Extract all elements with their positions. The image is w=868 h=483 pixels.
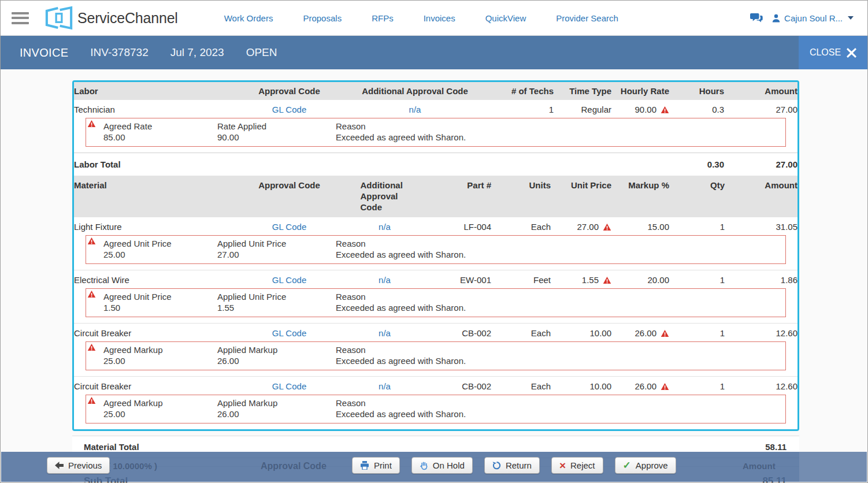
- additional-approval-code-link[interactable]: n/a: [379, 328, 391, 338]
- amount: 12.60: [725, 377, 797, 395]
- material-name: Circuit Breaker: [74, 377, 244, 395]
- material-name: Circuit Breaker: [74, 324, 244, 341]
- additional-approval-code-link[interactable]: n/a: [379, 222, 391, 232]
- price-exception-box: Agreed Unit Price1.50 Applied Unit Price…: [86, 288, 786, 317]
- markup-exception-box: Agreed Markup25.00 Applied Markup26.00 R…: [86, 341, 786, 370]
- column-header: Labor: [74, 82, 244, 100]
- column-header: Qty: [669, 176, 725, 196]
- on-hold-button[interactable]: On Hold: [411, 457, 473, 474]
- time-type: Regular: [554, 100, 611, 118]
- exception-label: Reason: [330, 121, 785, 131]
- nav-provider-search[interactable]: Provider Search: [556, 13, 618, 23]
- unit-price: 10.00: [551, 377, 611, 395]
- labor-table-header: Labor Approval Code Additional Approval …: [74, 82, 797, 100]
- hourly-rate: 90.00: [611, 100, 669, 118]
- invoice-date: Jul 7, 2023: [170, 46, 224, 59]
- hours: 0.3: [669, 100, 724, 118]
- material-table-header: Material Approval Code Additional Approv…: [74, 176, 797, 217]
- unit-price: 1.55: [551, 270, 611, 288]
- invoice-title: INVOICE: [20, 46, 68, 60]
- obscured-approval-code-text: Approval Code: [261, 461, 327, 471]
- hamburger-menu-icon[interactable]: [12, 9, 29, 27]
- gl-code-link[interactable]: GL Code: [272, 222, 306, 232]
- obscured-amount-text: Amount: [743, 461, 776, 471]
- exception-reason: Exceeded as agreed with Sharon.: [330, 356, 785, 366]
- material-row: Circuit Breaker GL Code n/a CB-002 Each …: [74, 323, 797, 370]
- warning-icon: [87, 343, 96, 351]
- user-name: Cajun Soul R...: [784, 13, 843, 23]
- column-header: Additional Approval Code: [334, 82, 496, 100]
- qty: 1: [669, 377, 725, 395]
- chevron-down-icon: [848, 16, 854, 20]
- exception-value: 1.55: [212, 303, 330, 313]
- additional-approval-code-link[interactable]: n/a: [379, 275, 391, 285]
- nav-proposals[interactable]: Proposals: [303, 13, 342, 23]
- unit-price: 27.00: [551, 217, 611, 235]
- warning-icon: [603, 223, 611, 231]
- gl-code-link[interactable]: GL Code: [272, 328, 306, 338]
- column-header: # of Techs: [496, 82, 554, 100]
- warning-icon: [661, 382, 669, 391]
- exception-label: Applied Unit Price: [212, 239, 330, 248]
- nav-invoices[interactable]: Invoices: [424, 13, 455, 23]
- num-techs: 1: [496, 100, 554, 118]
- part-number: EW-001: [435, 270, 491, 288]
- markup-exception-box: Agreed Markup25.00 Applied Markup26.00 R…: [86, 395, 786, 423]
- markup: 26.00: [611, 377, 669, 395]
- brand-logo[interactable]: ServiceChannel: [44, 5, 178, 31]
- qty: 1: [669, 217, 725, 235]
- approve-button[interactable]: ✓ Approve: [615, 457, 676, 474]
- part-number: CB-002: [435, 377, 491, 395]
- previous-button[interactable]: Previous: [47, 457, 110, 474]
- labor-total-row: Labor Total 0.30 27.00: [74, 153, 797, 176]
- additional-approval-code-link[interactable]: n/a: [379, 381, 391, 391]
- exception-reason: Exceeded as agreed with Sharon.: [330, 303, 785, 313]
- gl-code-link[interactable]: GL Code: [272, 105, 306, 114]
- labor-name: Technician: [74, 100, 244, 118]
- top-nav: ServiceChannel Work Orders Proposals RFP…: [1, 1, 867, 36]
- chat-icon[interactable]: [750, 13, 763, 23]
- part-number: CB-002: [435, 324, 491, 341]
- amount: 1.86: [725, 270, 797, 288]
- user-menu[interactable]: Cajun Soul R...: [772, 13, 854, 23]
- warning-icon: [87, 396, 96, 404]
- exception-value: 27.00: [212, 250, 330, 259]
- exception-value: 90.00: [212, 132, 330, 142]
- nav-rfps[interactable]: RFPs: [372, 13, 394, 23]
- column-header: Markup %: [611, 176, 669, 196]
- app-window: ServiceChannel Work Orders Proposals RFP…: [0, 0, 868, 483]
- exception-label: Applied Markup: [212, 398, 330, 408]
- obscured-tax-rate-text: ( 10.0000% ): [107, 461, 157, 471]
- additional-approval-code-link[interactable]: n/a: [409, 105, 421, 114]
- nav-work-orders[interactable]: Work Orders: [224, 13, 273, 23]
- material-name: Light Fixture: [74, 217, 244, 235]
- exception-value: 26.00: [212, 356, 330, 366]
- user-icon: [772, 14, 780, 23]
- nav-quickview[interactable]: QuickView: [485, 13, 526, 23]
- labor-total-amount: 27.00: [724, 153, 797, 176]
- footer-right-strip: [799, 452, 867, 482]
- rate-exception-box: Agreed Rate85.00 Rate Applied90.00 Reaso…: [86, 118, 786, 147]
- gl-code-link[interactable]: GL Code: [272, 381, 306, 391]
- warning-icon: [661, 106, 669, 114]
- print-button[interactable]: Print: [352, 457, 400, 474]
- reject-button[interactable]: × Reject: [551, 457, 603, 474]
- units: Each: [491, 217, 551, 235]
- warning-icon: [603, 276, 611, 284]
- column-header: Hours: [669, 82, 724, 100]
- labor-total-label: Labor Total: [74, 153, 244, 176]
- column-header: Unit Price: [551, 176, 611, 196]
- close-button[interactable]: CLOSE: [799, 36, 867, 69]
- exception-label: Rate Applied: [212, 121, 330, 131]
- exception-reason: Exceeded as agreed with Sharon.: [330, 132, 785, 142]
- warning-icon: [661, 329, 669, 337]
- gl-code-link[interactable]: GL Code: [272, 275, 306, 285]
- part-number: LF-004: [435, 217, 491, 235]
- return-button[interactable]: Return: [484, 457, 540, 474]
- material-row: Circuit Breaker GL Code n/a CB-002 Each …: [74, 376, 797, 423]
- footer-action-buttons: Print On Hold Return × Reject ✓ Approve: [352, 457, 676, 474]
- brand-name: ServiceChannel: [77, 10, 178, 27]
- approve-check-icon: ✓: [623, 462, 631, 470]
- servicechannel-logo-icon: [44, 5, 74, 31]
- exception-value: 26.00: [212, 409, 330, 419]
